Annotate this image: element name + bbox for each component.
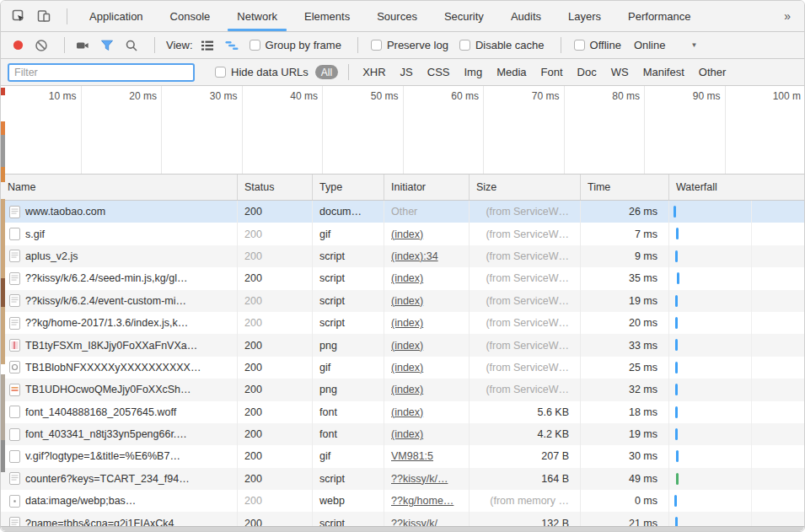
screenshot-capture-icon[interactable] (76, 39, 89, 52)
type-filter-xhr[interactable]: XHR (362, 66, 385, 78)
request-name: counter6?keys=TCART_234_f94… (25, 473, 190, 485)
request-name: www.taobao.com (25, 206, 105, 218)
clear-icon[interactable] (35, 39, 48, 52)
throttling-select[interactable]: Online (634, 39, 666, 51)
type-filter-js[interactable]: JS (400, 66, 413, 78)
type-cell: script (313, 468, 384, 490)
timeline-tick-label: 100 m (726, 86, 805, 174)
disable-cache-checkbox[interactable]: Disable cache (459, 39, 545, 51)
initiator-link[interactable]: (index) (391, 362, 423, 373)
table-row[interactable]: s.gif 200 gif (index) (from ServiceW… 7 … (1, 223, 804, 245)
network-overview-strip[interactable]: 10 ms20 ms30 ms40 ms50 ms60 ms70 ms80 ms… (1, 86, 804, 175)
inspect-element-icon[interactable] (11, 9, 25, 24)
tab-performance[interactable]: Performance (614, 1, 704, 31)
table-row[interactable]: TB1BlobNFXXXXXyXXXXXXXXXX… 200 gif (inde… (1, 357, 804, 379)
preserve-log-checkbox[interactable]: Preserve log (371, 39, 448, 51)
type-filter-other[interactable]: Other (699, 66, 727, 78)
table-row[interactable]: data:image/webp;bas… 200 webp ??kg/home…… (1, 490, 804, 512)
initiator-link[interactable]: (index) (391, 384, 423, 395)
file-type-icon (9, 472, 20, 485)
type-filter-font[interactable]: Font (541, 66, 563, 78)
waterfall-bar (674, 495, 677, 507)
initiator-link[interactable]: (index) (391, 428, 423, 440)
status-cell: 200 (238, 290, 313, 312)
filter-input[interactable] (8, 63, 195, 82)
column-header-initiator[interactable]: Initiator (384, 175, 470, 200)
group-by-frame-checkbox[interactable]: Group by frame (250, 39, 341, 51)
initiator-link[interactable]: VM981:5 (391, 450, 433, 462)
tab-application[interactable]: Application (76, 1, 157, 31)
device-toolbar-icon[interactable] (36, 9, 51, 24)
toolbar-divider (561, 37, 561, 53)
file-type-icon (9, 450, 20, 463)
hide-data-urls-checkbox[interactable]: Hide data URLs (215, 66, 309, 78)
initiator-link[interactable]: ??kissy/k/… (391, 473, 448, 485)
view-list-icon[interactable] (201, 39, 214, 52)
toolbar-divider (348, 64, 349, 80)
toolbar-divider (67, 8, 67, 24)
initiator-link[interactable]: (index) (391, 295, 423, 307)
table-row[interactable]: ??kissy/k/6.2.4/event-custom-mi… 200 scr… (1, 290, 804, 312)
initiator-cell: (index) (384, 357, 470, 379)
table-row[interactable]: www.taobao.com 200 docum… Other (from Se… (1, 201, 804, 223)
column-header-waterfall[interactable]: Waterfall (669, 175, 804, 200)
table-row[interactable]: ??kg/home-2017/1.3.6/index.js,k… 200 scr… (1, 312, 804, 334)
size-cell: 207 B (470, 445, 581, 467)
tab-console[interactable]: Console (157, 1, 224, 31)
table-row[interactable]: TB1tyFSXm_I8KJjy0FoXXaFnVXa… 200 png (in… (1, 334, 804, 356)
type-filter-doc[interactable]: Doc (577, 66, 597, 78)
tab-security[interactable]: Security (431, 1, 497, 31)
column-header-type[interactable]: Type (313, 175, 384, 200)
more-tabs-icon[interactable]: » (775, 9, 799, 23)
initiator-link[interactable]: (index):34 (391, 250, 438, 262)
column-header-size[interactable]: Size (470, 175, 581, 200)
initiator-link[interactable]: (index) (391, 340, 423, 352)
request-name: font_403341_n8tj33yn5peng66r.… (25, 428, 187, 440)
column-header-status[interactable]: Status (238, 175, 313, 200)
filter-funnel-icon[interactable] (100, 39, 114, 52)
type-filter-media[interactable]: Media (496, 66, 526, 78)
waterfall-cell (669, 468, 804, 490)
type-filter-ws[interactable]: WS (611, 66, 629, 78)
view-waterfall-icon[interactable] (225, 39, 239, 52)
table-row[interactable]: ??kissy/k/6.2.4/seed-min.js,kg/gl… 200 s… (1, 267, 804, 289)
column-header-time[interactable]: Time (581, 175, 669, 200)
search-icon[interactable] (125, 39, 138, 52)
name-cell: font_1404888168_2057645.woff (1, 401, 238, 423)
initiator-link[interactable]: ??kg/home… (391, 495, 453, 507)
table-row[interactable]: v.gif?logtype=1&title=%E6%B7… 200 gif VM… (1, 445, 804, 467)
size-cell: (from ServiceW… (470, 267, 581, 289)
chevron-down-icon[interactable]: ▼ (690, 41, 697, 49)
type-cell: font (313, 423, 384, 445)
table-row[interactable]: font_403341_n8tj33yn5peng66r.… 200 font … (1, 423, 804, 445)
table-row[interactable]: TB1UDHOcwoQMeJjy0FoXXcSh… 200 png (index… (1, 379, 804, 400)
table-row[interactable]: font_1404888168_2057645.woff 200 font (i… (1, 401, 804, 423)
name-cell: data:image/webp;bas… (1, 490, 238, 512)
table-row[interactable]: counter6?keys=TCART_234_f94… 200 script … (1, 468, 804, 490)
tab-elements[interactable]: Elements (291, 1, 363, 31)
initiator-cell: (index) (384, 223, 470, 245)
tab-layers[interactable]: Layers (555, 1, 614, 31)
filter-all-pill[interactable]: All (315, 65, 338, 79)
type-filter-img[interactable]: Img (464, 66, 482, 78)
type-filter-manifest[interactable]: Manifest (643, 66, 684, 78)
initiator-link[interactable]: (index) (391, 228, 423, 240)
initiator-link[interactable]: (index) (391, 272, 423, 284)
tab-network[interactable]: Network (223, 1, 291, 31)
time-cell: 32 ms (581, 379, 669, 400)
record-button[interactable] (13, 39, 24, 52)
tab-audits[interactable]: Audits (497, 1, 555, 31)
initiator-link[interactable]: (index) (391, 317, 423, 329)
offline-checkbox[interactable]: Offline (574, 39, 621, 51)
file-type-icon (9, 339, 20, 352)
column-header-name[interactable]: Name (1, 175, 238, 200)
initiator-cell: (index) (384, 423, 470, 445)
initiator-link[interactable]: (index) (391, 406, 423, 418)
type-filter-css[interactable]: CSS (427, 66, 450, 78)
tab-sources[interactable]: Sources (363, 1, 431, 31)
table-row[interactable]: aplus_v2.js 200 script (index):34 (from … (1, 245, 804, 267)
initiator-cell: (index) (384, 312, 470, 334)
waterfall-cell (669, 201, 804, 223)
timeline-tick-label: 10 ms (1, 86, 82, 174)
status-cell: 200 (238, 267, 313, 289)
